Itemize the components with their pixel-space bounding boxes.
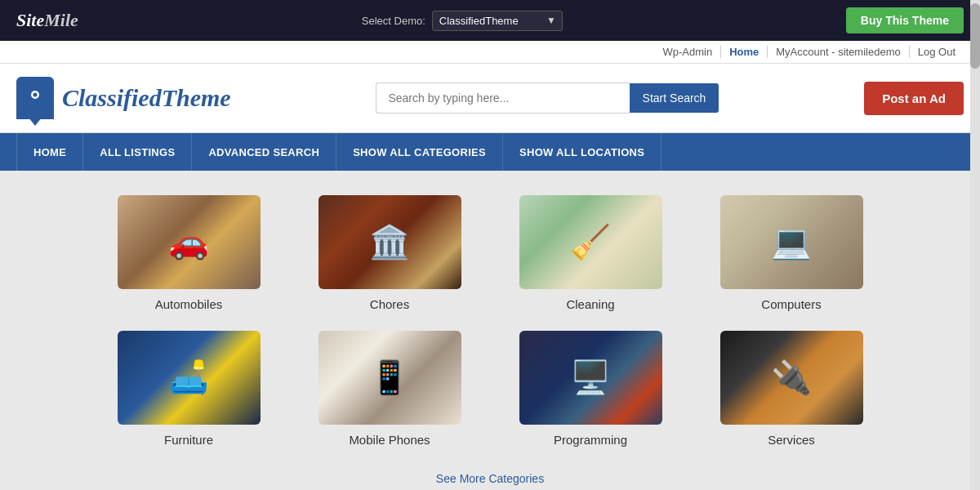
nav-link-logout[interactable]: Log Out bbox=[910, 46, 964, 58]
category-thumbnail bbox=[118, 331, 261, 425]
category-item[interactable]: Cleaning bbox=[500, 195, 681, 311]
category-thumbnail bbox=[519, 195, 662, 289]
post-ad-button[interactable]: Post an Ad bbox=[864, 82, 964, 115]
category-label: Services bbox=[768, 433, 815, 447]
main-nav-item-advanced-search[interactable]: ADVANCED SEARCH bbox=[192, 133, 336, 171]
category-thumbnail bbox=[519, 331, 662, 425]
category-thumbnail bbox=[720, 331, 863, 425]
category-label: Furniture bbox=[164, 433, 213, 447]
categories-grid: AutomobilesChoresCleaningComputersFurnit… bbox=[98, 195, 882, 447]
brand-icon bbox=[16, 77, 54, 119]
nav-links-bar: Wp-Admin Home MyAccount - sitemiledemo L… bbox=[0, 41, 980, 64]
category-thumbnail bbox=[318, 195, 461, 289]
location-pin-icon bbox=[25, 87, 45, 109]
category-label: Cleaning bbox=[566, 297, 614, 311]
category-label: Computers bbox=[761, 297, 821, 311]
demo-selector: Select Demo: ClassifiedTheme ▼ bbox=[362, 11, 563, 31]
category-item[interactable]: Computers bbox=[701, 195, 882, 311]
search-button[interactable]: Start Search bbox=[630, 83, 719, 113]
category-item[interactable]: Chores bbox=[299, 195, 480, 311]
category-item[interactable]: Services bbox=[701, 331, 882, 447]
nav-link-myaccount[interactable]: MyAccount - sitemiledemo bbox=[768, 46, 909, 58]
demo-select-wrapper: ClassifiedTheme ▼ bbox=[432, 11, 563, 31]
category-thumbnail bbox=[720, 195, 863, 289]
scrollbar-thumb[interactable] bbox=[970, 3, 980, 69]
category-thumbnail bbox=[318, 331, 461, 425]
see-more-link[interactable]: See More Categories bbox=[436, 472, 544, 485]
nav-link-wpadmin[interactable]: Wp-Admin bbox=[654, 46, 721, 58]
category-label: Mobile Phones bbox=[349, 433, 430, 447]
category-label: Automobiles bbox=[155, 297, 223, 311]
search-area: Start Search bbox=[376, 82, 719, 114]
demo-select[interactable]: ClassifiedTheme bbox=[432, 11, 563, 31]
category-item[interactable]: Furniture bbox=[98, 331, 279, 447]
category-thumbnail bbox=[118, 195, 261, 289]
main-nav: HOMEALL LISTINGSADVANCED SEARCHSHOW ALL … bbox=[0, 133, 980, 171]
category-item[interactable]: Automobiles bbox=[98, 195, 279, 311]
category-item[interactable]: Mobile Phones bbox=[299, 331, 480, 447]
main-nav-item-all-listings[interactable]: ALL LISTINGS bbox=[83, 133, 192, 171]
main-nav-item-show-all-locations[interactable]: SHOW ALL LOCATIONS bbox=[503, 133, 662, 171]
content-area: AutomobilesChoresCleaningComputersFurnit… bbox=[0, 171, 980, 490]
buy-theme-button[interactable]: Buy This Theme bbox=[846, 7, 964, 33]
main-nav-item-home[interactable]: HOME bbox=[16, 133, 83, 171]
nav-link-home[interactable]: Home bbox=[721, 46, 768, 58]
scrollbar[interactable] bbox=[970, 0, 980, 490]
search-input[interactable] bbox=[376, 82, 629, 114]
see-more-section: See More Categories bbox=[98, 471, 882, 486]
main-nav-item-show-all-categories[interactable]: SHOW ALL CATEGORIES bbox=[336, 133, 503, 171]
demo-label: Select Demo: bbox=[362, 15, 425, 27]
category-label: Chores bbox=[370, 297, 409, 311]
category-label: Programming bbox=[554, 433, 627, 447]
top-bar: SiteMile Select Demo: ClassifiedTheme ▼ … bbox=[0, 0, 980, 41]
brand: ClassifiedTheme bbox=[16, 77, 231, 119]
svg-point-1 bbox=[33, 93, 38, 97]
brand-name: ClassifiedTheme bbox=[62, 84, 231, 112]
logo: SiteMile bbox=[16, 10, 78, 31]
category-item[interactable]: Programming bbox=[500, 331, 681, 447]
header: ClassifiedTheme Start Search Post an Ad bbox=[0, 64, 980, 133]
